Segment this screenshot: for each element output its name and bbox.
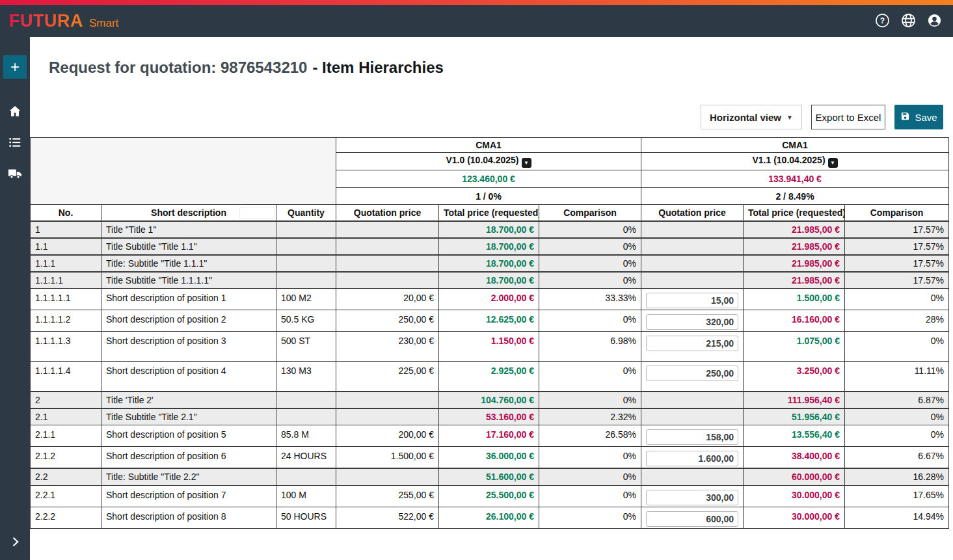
- cell-comparison-v2: 17.57%: [845, 221, 949, 238]
- cell-comparison-v1: 0%: [539, 392, 641, 408]
- save-button[interactable]: Save: [894, 105, 943, 129]
- help-button[interactable]: ?: [874, 13, 891, 30]
- cell-comparison-v2: 0%: [845, 289, 949, 310]
- cell-total-price-v2: 30.000,00 €: [744, 507, 845, 528]
- version-dropdown-button[interactable]: ▼: [828, 158, 838, 168]
- quotation-price-input[interactable]: [646, 429, 738, 445]
- col-header-short-description: Short description: [101, 205, 276, 221]
- cell-no: 2.1: [31, 408, 101, 425]
- cell-no: 2.2.1: [31, 485, 101, 507]
- quotation-price-input[interactable]: [646, 451, 738, 466]
- cell-total-price-v2: 13.556,40 €: [744, 425, 845, 447]
- cell-quotation-price-v1: 1.500,00 €: [336, 447, 439, 469]
- cell-comparison-v1: 0%: [539, 485, 641, 507]
- cell-quantity: 85.8 M: [276, 425, 336, 447]
- position-row: 1.1.1.1.2Short description of position 2…: [31, 310, 949, 332]
- cell-short-description: Title Subtitle "Title 1.1": [101, 238, 276, 255]
- cell-quantity: [276, 408, 336, 425]
- cell-total-price-v2: 51.956,40 €: [744, 408, 845, 425]
- quotation-price-input[interactable]: [646, 490, 738, 505]
- cell-comparison-v2: 17.57%: [845, 238, 949, 255]
- cell-quantity: 24 HOURS: [276, 447, 336, 469]
- col-header-short-description-label: Short description: [151, 207, 226, 218]
- position-row: 1.1.1.1.1Short description of position 1…: [31, 289, 949, 310]
- account-button[interactable]: [926, 13, 943, 30]
- view-mode-select[interactable]: Horizontal view ▼: [701, 105, 802, 129]
- cell-total-price-v1: 18.700,00 €: [439, 238, 539, 255]
- page-title-main: Request for quotation: 9876543210: [49, 59, 307, 76]
- create-new-button[interactable]: +: [3, 55, 27, 79]
- export-to-excel-button[interactable]: Export to Excel: [811, 105, 885, 129]
- cell-quantity: [276, 255, 336, 272]
- cell-total-price-v2: 38.400,00 €: [744, 447, 845, 469]
- sidebar: +: [0, 37, 30, 560]
- cell-quotation-price-v2: [641, 221, 744, 238]
- sidebar-item-delivery[interactable]: [0, 165, 30, 184]
- cell-no: 2.1.2: [31, 447, 101, 469]
- cell-comparison-v2: 0%: [845, 425, 949, 447]
- quotation-price-input[interactable]: [646, 511, 738, 527]
- col-header-quotation-price-v1: Quotation price: [336, 205, 439, 221]
- language-button[interactable]: [900, 13, 917, 30]
- quotation-price-input[interactable]: [646, 293, 738, 308]
- cell-quantity: [276, 272, 336, 289]
- cell-quotation-price-v1: [336, 255, 439, 272]
- col-header-comparison-v1: Comparison: [539, 205, 641, 221]
- cell-no: 2.1.1: [31, 425, 101, 447]
- chevron-down-icon: ▼: [524, 160, 529, 166]
- column-header-row: No. Short description Quantity Quotation…: [31, 205, 949, 221]
- supplier-2-total: 133.941,40 €: [641, 170, 949, 188]
- chevron-down-icon: ▼: [786, 114, 793, 121]
- truck-icon: [8, 167, 22, 183]
- supplier-2-version: V1.1 (10.04.2025): [752, 155, 825, 165]
- cell-total-price-v1: 18.700,00 €: [439, 272, 539, 289]
- page-title: Request for quotation: 9876543210- Item …: [49, 59, 953, 77]
- app-logo[interactable]: FUTURA Smart: [9, 11, 118, 31]
- version-dropdown-button[interactable]: ▼: [522, 158, 531, 168]
- cell-short-description: Title: Subtitle "Title 1.1.1": [101, 255, 276, 272]
- supplier-2-rank: 2 / 8.49%: [641, 188, 949, 205]
- sidebar-item-list[interactable]: [0, 133, 30, 153]
- cell-comparison-v2: 6.87%: [845, 392, 949, 408]
- chevron-right-icon: [8, 535, 21, 550]
- quotation-price-input[interactable]: [646, 314, 738, 330]
- cell-total-price-v2: 16.160,00 €: [744, 310, 845, 332]
- cell-quotation-price-v2: [641, 238, 744, 255]
- cell-total-price-v1: 36.000,00 €: [439, 447, 539, 469]
- cell-comparison-v1: 0%: [539, 447, 641, 469]
- cell-comparison-v1: 33.33%: [539, 289, 641, 310]
- cell-quotation-price-v1: [336, 392, 439, 408]
- main-content: Request for quotation: 9876543210- Item …: [30, 37, 953, 560]
- cell-quotation-price-v1: 255,00 €: [336, 485, 439, 507]
- quotation-price-input[interactable]: [646, 336, 738, 351]
- cell-comparison-v2: 11.11%: [845, 362, 949, 392]
- cell-comparison-v1: 0%: [539, 272, 641, 289]
- position-row: 2.2.2Short description of position 850 H…: [31, 507, 949, 528]
- cell-quantity: [276, 468, 336, 485]
- cell-quantity: [276, 238, 336, 255]
- hierarchy-title-row: 1Title "Title 1"18.700,00 €0%21.985,00 €…: [31, 221, 949, 238]
- cell-total-price-v1: 104.760,00 €: [439, 392, 539, 408]
- cell-total-price-v2: 60.000,00 €: [744, 468, 845, 485]
- sidebar-expand-button[interactable]: [0, 531, 30, 553]
- short-description-filter-input[interactable]: [239, 207, 275, 219]
- table-header-spacer: [31, 138, 336, 205]
- header-actions: ?: [874, 13, 943, 30]
- cell-comparison-v1: 0%: [539, 238, 641, 255]
- cell-quantity: [276, 221, 336, 238]
- hierarchy-title-row: 2Title 'Title 2'104.760,00 €0%111.956,40…: [31, 392, 949, 408]
- chevron-down-icon: ▼: [830, 160, 835, 166]
- cell-no: 1.1.1: [31, 255, 101, 272]
- cell-short-description: Short description of position 1: [101, 289, 276, 310]
- sidebar-item-home[interactable]: [0, 102, 30, 122]
- cell-total-price-v2: 30.000,00 €: [744, 485, 845, 507]
- quotation-price-input[interactable]: [646, 366, 738, 381]
- cell-quotation-price-v1: 250,00 €: [336, 310, 439, 332]
- position-row: 2.1.2Short description of position 624 H…: [31, 447, 949, 469]
- cell-no: 2.2: [31, 468, 101, 485]
- cell-quotation-price-v1: 522,00 €: [336, 507, 439, 528]
- cell-total-price-v1: 1.150,00 €: [439, 332, 539, 362]
- cell-total-price-v1: 26.100,00 €: [439, 507, 539, 528]
- cell-total-price-v1: 25.500,00 €: [439, 485, 539, 507]
- hierarchy-title-row: 2.2Title: Subtitle "Title 2.2"51.600,00 …: [31, 468, 949, 485]
